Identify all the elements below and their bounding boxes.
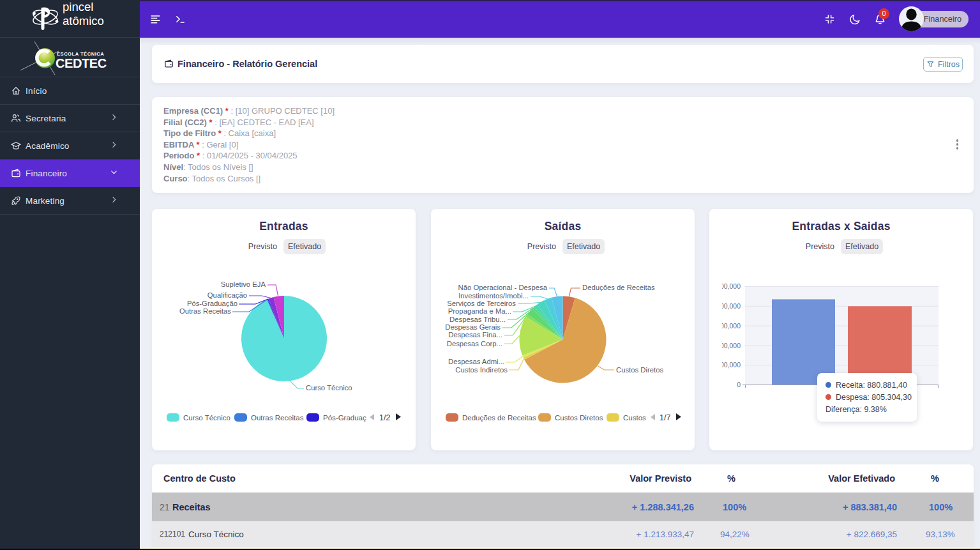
svg-text:atômico: atômico: [63, 14, 104, 27]
svg-text:pincel: pincel: [63, 1, 93, 13]
svg-text:CEDTEC: CEDTEC: [56, 56, 107, 70]
